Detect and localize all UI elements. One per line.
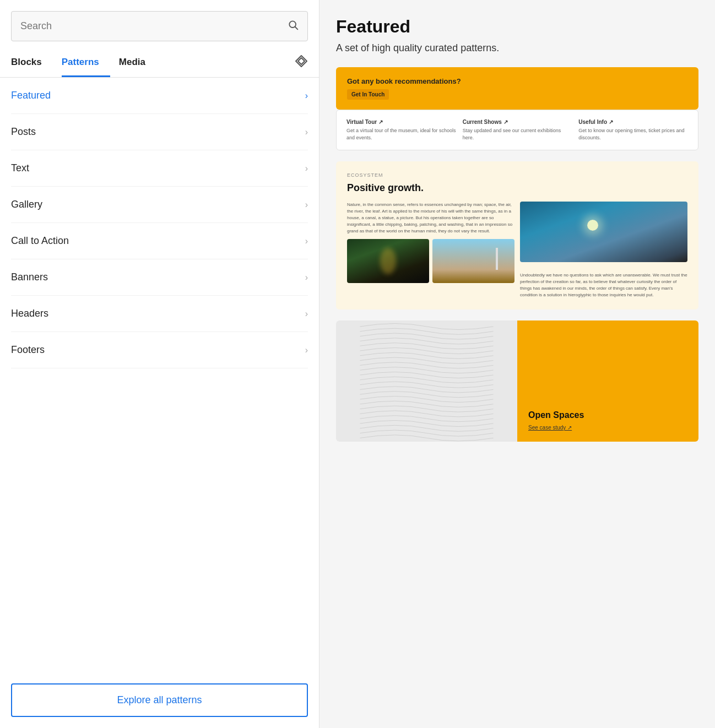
nav-item-headers[interactable]: Headers › [11, 296, 308, 332]
link-item-useful-info[interactable]: Useful Info ↗ Get to know our opening ti… [578, 119, 688, 141]
eco-title: Positive growth. [347, 182, 687, 194]
eco-left: Nature, in the common sense, refers to e… [347, 202, 514, 298]
explore-all-patterns-button[interactable]: Explore all patterns [11, 683, 308, 717]
link-item-desc: Stay updated and see our current exhibit… [463, 127, 572, 141]
link-item-current-shows[interactable]: Current Shows ↗ Stay updated and see our… [463, 119, 572, 141]
link-item-title: Virtual Tour ↗ [346, 119, 456, 125]
pattern-ecosystem: ECOSYSTEM Positive growth. Nature, in th… [336, 161, 698, 309]
tab-blocks[interactable]: Blocks [11, 48, 53, 77]
pattern-links-card: Virtual Tour ↗ Get a virtual tour of the… [336, 110, 698, 150]
chevron-right-icon: › [305, 273, 308, 282]
open-spaces-title: Open Spaces [528, 410, 687, 420]
open-spaces-right: Open Spaces See case study ↗ [517, 320, 698, 442]
nav-item-label: Call to Action [11, 235, 69, 247]
nav-item-label: Banners [11, 271, 48, 283]
link-item-title: Useful Info ↗ [578, 119, 688, 125]
left-panel: Blocks Patterns Media Featured › Posts ›… [0, 0, 319, 728]
eco-right-text: Undoubtedly we have no questions to ask … [520, 267, 687, 298]
explore-btn-wrap: Explore all patterns [0, 672, 319, 728]
eco-text: Nature, in the common sense, refers to e… [347, 202, 514, 235]
chevron-right-icon: › [305, 236, 308, 246]
featured-subtitle: A set of high quality curated patterns. [336, 42, 698, 54]
nav-item-posts[interactable]: Posts › [11, 114, 308, 150]
cta-yellow-button[interactable]: Get In Touch [347, 89, 389, 100]
diamond-icon[interactable] [295, 55, 308, 70]
nav-item-label: Headers [11, 308, 48, 319]
search-input[interactable] [20, 20, 288, 32]
featured-title: Featured [336, 17, 698, 37]
chevron-right-icon: › [305, 309, 308, 319]
nav-list: Featured › Posts › Text › Gallery › Call… [0, 78, 319, 672]
eco-img-windmill [432, 239, 514, 283]
nav-item-label: Footers [11, 344, 45, 356]
nav-item-footers[interactable]: Footers › [11, 332, 308, 368]
search-icon [288, 19, 299, 33]
chevron-right-icon: › [305, 127, 308, 137]
eco-img-coast [520, 202, 687, 262]
svg-line-1 [295, 27, 298, 30]
tab-media[interactable]: Media [119, 48, 156, 77]
eco-img-forest [347, 239, 429, 283]
nav-item-call-to-action[interactable]: Call to Action › [11, 223, 308, 259]
link-item-title: Current Shows ↗ [463, 119, 572, 125]
wave-svg [336, 320, 517, 442]
nav-item-featured[interactable]: Featured › [11, 78, 308, 114]
chevron-right-icon: › [305, 91, 308, 101]
nav-item-label: Posts [11, 126, 36, 138]
links-grid: Virtual Tour ↗ Get a virtual tour of the… [346, 119, 688, 141]
nav-item-label: Gallery [11, 199, 42, 210]
link-item-desc: Get a virtual tour of the museum, ideal … [346, 127, 456, 141]
nav-item-banners[interactable]: Banners › [11, 259, 308, 296]
link-item-virtual-tour[interactable]: Virtual Tour ↗ Get a virtual tour of the… [346, 119, 456, 141]
svg-marker-3 [298, 58, 305, 64]
nav-item-label: Text [11, 162, 29, 174]
eco-right: Undoubtedly we have no questions to ask … [520, 202, 687, 298]
link-item-desc: Get to know our opening times, ticket pr… [578, 127, 688, 141]
chevron-right-icon: › [305, 345, 308, 355]
open-spaces-image [336, 320, 517, 442]
cta-yellow-title: Got any book recommendations? [347, 77, 687, 85]
eco-label: ECOSYSTEM [347, 172, 687, 178]
eco-images [347, 239, 514, 283]
chevron-right-icon: › [305, 200, 308, 210]
tab-patterns[interactable]: Patterns [62, 48, 110, 77]
pattern-open-spaces: Open Spaces See case study ↗ [336, 320, 698, 442]
chevron-right-icon: › [305, 164, 308, 173]
pattern-cta-yellow: Got any book recommendations? Get In Tou… [336, 67, 698, 110]
nav-item-text[interactable]: Text › [11, 150, 308, 187]
nav-item-label: Featured [11, 90, 51, 101]
tabs-row: Blocks Patterns Media [0, 48, 319, 78]
eco-content: Nature, in the common sense, refers to e… [347, 202, 687, 298]
nav-item-gallery[interactable]: Gallery › [11, 187, 308, 223]
search-bar[interactable] [11, 11, 308, 41]
open-spaces-link[interactable]: See case study ↗ [528, 425, 687, 431]
right-panel: Featured A set of high quality curated p… [319, 0, 715, 728]
